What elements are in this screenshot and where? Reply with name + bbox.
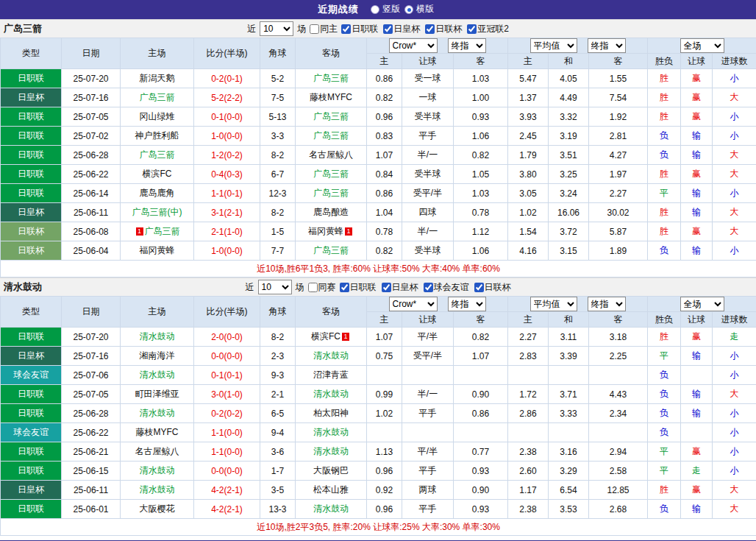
euro-home-odds: 2.38: [508, 500, 549, 519]
corner-count: 8-2: [260, 146, 296, 165]
away-team-name[interactable]: 广岛三箭: [313, 245, 349, 255]
home-team-name[interactable]: 清水鼓动: [140, 331, 175, 342]
asian-away-odds: 1.05: [454, 165, 508, 184]
home-team-name[interactable]: 广岛三箭: [140, 92, 175, 102]
league-filter-item[interactable]: 球会友谊: [424, 281, 469, 294]
league-checkbox[interactable]: [340, 283, 349, 292]
odds-company-select[interactable]: Crow*: [389, 38, 438, 53]
away-team-name[interactable]: 广岛三箭: [313, 73, 349, 83]
scope-select[interactable]: 全场: [680, 297, 724, 311]
euro-final-select[interactable]: 终指: [588, 297, 626, 311]
home-team-name[interactable]: 广岛三箭(中): [132, 207, 182, 217]
away-team-name[interactable]: 广岛三箭: [313, 169, 349, 179]
odds-company-select[interactable]: Crow*: [389, 297, 438, 311]
home-team-name[interactable]: 町田泽维亚: [135, 389, 179, 399]
away-team-name[interactable]: 广岛三箭: [313, 111, 349, 121]
away-team-name[interactable]: 沼津青蓝: [313, 369, 349, 380]
home-team-name[interactable]: 神户胜利船: [135, 130, 179, 141]
same-competition-checkbox[interactable]: [308, 283, 318, 292]
league-checkbox[interactable]: [425, 24, 435, 34]
away-team-name[interactable]: 松本山雅: [313, 484, 349, 495]
league-filter-item[interactable]: 亚冠联2: [467, 23, 509, 35]
asian-away-odds: [454, 366, 508, 385]
asian-final-select[interactable]: 终指: [448, 297, 486, 311]
home-team-name[interactable]: 广岛三箭: [145, 226, 180, 236]
asian-away-odds: 0.90: [454, 385, 508, 404]
away-team-name[interactable]: 清水鼓动: [313, 503, 349, 514]
home-team-name[interactable]: 名古屋鲸八: [135, 446, 179, 456]
league-filter-item[interactable]: 日皇杯: [383, 23, 420, 35]
euro-away-odds: 1.92: [589, 107, 648, 127]
euro-final-select[interactable]: 终指: [588, 38, 626, 53]
home-team-name[interactable]: 大阪樱花: [140, 503, 175, 514]
home-team-name[interactable]: 清水鼓动: [140, 484, 175, 495]
league-checkbox[interactable]: [382, 283, 391, 292]
match-count-select[interactable]: 10: [260, 21, 293, 36]
league-filter-item[interactable]: 日职联: [341, 23, 378, 35]
euro-average-select[interactable]: 平均值: [530, 38, 577, 53]
horizontal-layout-radio[interactable]: 横版: [404, 3, 434, 15]
euro-away-odds: 2.68: [589, 500, 648, 519]
euro-away-odds: 5.87: [589, 222, 648, 241]
home-team-name[interactable]: 福冈黄蜂: [140, 245, 175, 255]
league-checkbox[interactable]: [467, 24, 477, 34]
league-checkbox[interactable]: [474, 283, 484, 292]
col-type: 类型: [1, 297, 62, 328]
home-team-name[interactable]: 鹿岛鹿角: [140, 188, 175, 198]
col-euro-draw: 和: [549, 54, 589, 69]
league-filter-item[interactable]: 日联杯: [474, 281, 511, 294]
match-row: 日职联25-07-05冈山绿雉0-1(0-0)5-13广岛三箭0.96受半球0.…: [1, 107, 756, 127]
away-team-name[interactable]: 名古屋鲸八: [309, 149, 353, 160]
home-team-name[interactable]: 广岛三箭: [140, 149, 175, 160]
away-team-name[interactable]: 广岛三箭: [313, 188, 349, 198]
home-team-name[interactable]: 新潟天鹅: [140, 73, 175, 83]
league-filter-item[interactable]: 日皇杯: [382, 281, 418, 294]
same-venue-filter[interactable]: 同主: [310, 23, 338, 35]
scope-select[interactable]: 全场: [680, 38, 724, 53]
home-team-name[interactable]: 湘南海洋: [140, 350, 175, 361]
corner-count: 13-3: [260, 500, 296, 519]
home-team-name[interactable]: 冈山绿雉: [140, 111, 175, 121]
away-team-name[interactable]: 清水鼓动: [313, 389, 349, 399]
league-type-cell: 日皇杯: [1, 481, 62, 500]
match-result: 负: [648, 500, 681, 519]
euro-draw-odds: 3.19: [549, 127, 589, 146]
league-checkbox[interactable]: [341, 24, 351, 34]
same-competition-filter[interactable]: 同赛: [308, 281, 336, 294]
match-result: 胜: [648, 328, 681, 347]
away-team-name[interactable]: 清水鼓动: [313, 446, 349, 456]
home-team-name[interactable]: 清水鼓动: [140, 408, 175, 418]
away-team-name[interactable]: 清水鼓动: [313, 350, 349, 361]
corner-count: 2-1: [260, 385, 296, 404]
home-team-name[interactable]: 清水鼓动: [140, 369, 175, 380]
handicap-result: 赢: [681, 165, 713, 184]
asian-away-odds: 1.03: [454, 69, 508, 88]
asian-final-select[interactable]: 终指: [448, 38, 486, 53]
handicap-result: 输: [681, 500, 713, 519]
home-team-cell: 福冈黄蜂: [121, 241, 194, 261]
league-checkbox[interactable]: [383, 24, 393, 34]
home-team-name[interactable]: 清水鼓动: [140, 465, 175, 475]
away-team-name[interactable]: 鹿岛酿造: [313, 207, 349, 217]
league-checkbox[interactable]: [424, 283, 433, 292]
away-team-name[interactable]: 广岛三箭: [313, 130, 349, 141]
away-team-name[interactable]: 柏太阳神: [313, 408, 349, 418]
asian-handicap-line: 受半球: [402, 107, 454, 127]
away-team-cell: 广岛三箭: [296, 184, 367, 203]
match-count-select[interactable]: 10: [258, 280, 292, 294]
euro-average-select[interactable]: 平均值: [530, 297, 577, 311]
same-venue-checkbox[interactable]: [310, 24, 319, 34]
league-filter-item[interactable]: 日联杯: [425, 23, 462, 35]
away-team-name[interactable]: 大阪钢巴: [313, 465, 349, 475]
home-team-name[interactable]: 横滨FC: [143, 169, 172, 179]
asian-home-odds: 1.07: [367, 146, 402, 165]
away-team-name[interactable]: 清水鼓动: [313, 427, 349, 437]
away-team-name[interactable]: 藤枝MYFC: [310, 92, 352, 102]
home-team-name[interactable]: 藤枝MYFC: [136, 427, 179, 437]
league-filter-item[interactable]: 日职联: [340, 281, 377, 294]
away-team-name[interactable]: 福冈黄蜂: [308, 226, 343, 236]
vertical-layout-radio[interactable]: 竖版: [371, 3, 400, 15]
away-team-name[interactable]: 横滨FC: [311, 331, 340, 342]
goals-result: 走: [713, 328, 756, 347]
recent-label: 近: [246, 281, 254, 294]
